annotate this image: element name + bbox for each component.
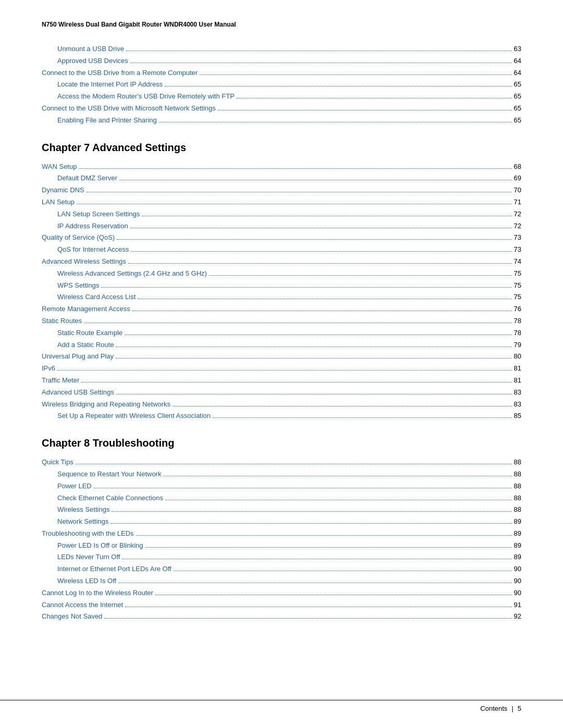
toc-page-number: 92	[514, 611, 521, 622]
toc-link[interactable]: Wireless Bridging and Repeating Networks	[42, 399, 170, 410]
toc-page-number: 65	[514, 79, 521, 90]
toc-page-number: 75	[514, 292, 521, 303]
toc-dots	[122, 559, 511, 559]
toc-link[interactable]: Advanced USB Settings	[42, 387, 114, 398]
toc-dots	[116, 347, 511, 347]
toc-link[interactable]: LAN Setup	[42, 197, 75, 208]
toc-link[interactable]: Internet or Ethernet Port LEDs Are Off	[57, 564, 172, 575]
toc-link[interactable]: Access the Modem Router's USB Drive Remo…	[57, 91, 235, 102]
toc-dots	[174, 571, 512, 571]
toc-item: Changes Not Saved92	[42, 611, 521, 622]
toc-item: Connect to the USB Drive from a Remote C…	[42, 68, 521, 79]
toc-item: LAN Setup Screen Settings72	[42, 209, 521, 220]
toc-link[interactable]: Default DMZ Server	[57, 173, 117, 184]
toc-item: Wireless Card Access List75	[42, 292, 521, 303]
toc-page-number: 73	[514, 244, 521, 255]
toc-item: LEDs Never Turn Off89	[42, 552, 521, 563]
toc-link[interactable]: Wireless LED Is Off	[57, 576, 116, 587]
toc-item: WPS Settings75	[42, 280, 521, 291]
toc-dots	[173, 406, 511, 406]
toc-link[interactable]: Static Route Example	[57, 328, 123, 339]
toc-item: Static Route Example78	[42, 328, 521, 339]
toc-dots	[131, 251, 511, 252]
toc-link[interactable]: Connect to the USB Drive from a Remote C…	[42, 68, 198, 79]
toc-link[interactable]: Advanced Wireless Settings	[42, 256, 126, 267]
toc-dots	[145, 547, 512, 548]
toc-item: Wireless LED Is Off90	[42, 576, 521, 587]
toc-link[interactable]: Unmount a USB Drive	[57, 44, 124, 55]
toc-page-number: 89	[514, 552, 521, 563]
toc-page-number: 69	[514, 173, 521, 184]
page-header: N750 Wireless Dual Band Gigabit Router W…	[42, 21, 521, 28]
toc-link[interactable]: Changes Not Saved	[42, 611, 102, 622]
toc-page-number: 79	[514, 340, 521, 351]
toc-dots	[218, 110, 512, 110]
toc-page-number: 78	[514, 316, 521, 327]
toc-page-number: 76	[514, 304, 521, 315]
toc-link[interactable]: Wireless Advanced Settings (2.4 GHz and …	[57, 268, 207, 279]
toc-page-number: 64	[514, 68, 521, 79]
toc-dots	[125, 335, 512, 335]
toc-page-number: 83	[514, 387, 521, 398]
toc-link[interactable]: Wireless Settings	[57, 504, 109, 515]
toc-link[interactable]: WPS Settings	[57, 280, 99, 291]
toc-dots	[79, 168, 511, 169]
toc-page-number: 65	[514, 115, 521, 126]
toc-link[interactable]: Network Settings	[57, 516, 108, 527]
toc-link[interactable]: Enabling File and Printer Sharing	[57, 115, 157, 126]
toc-dots	[128, 263, 512, 264]
toc-page-number: 64	[514, 56, 521, 67]
toc-item: Cannot Access the Internet91	[42, 600, 521, 611]
toc-item: Static Routes78	[42, 316, 521, 327]
toc-item: LAN Setup71	[42, 197, 521, 208]
toc-link[interactable]: Dynamic DNS	[42, 185, 84, 196]
toc-link[interactable]: Cannot Log In to the Wireless Router	[42, 588, 153, 599]
toc-dots	[118, 583, 511, 583]
toc-link[interactable]: Wireless Card Access List	[57, 292, 136, 303]
toc-item: IPv681	[42, 363, 521, 374]
toc-item: Power LED Is Off or Blinking89	[42, 540, 521, 551]
footer-page-number: 5	[518, 705, 521, 712]
toc-item: Quick Tips88	[42, 457, 521, 468]
toc-link[interactable]: LEDs Never Turn Off	[57, 552, 120, 563]
toc-item: Power LED88	[42, 481, 521, 492]
toc-item: Add a Static Route79	[42, 340, 521, 351]
toc-item: Approved USB Devices64	[42, 56, 521, 67]
toc-item: Wireless Advanced Settings (2.4 GHz and …	[42, 268, 521, 279]
toc-link[interactable]: Power LED	[57, 481, 92, 492]
toc-link[interactable]: Add a Static Route	[57, 340, 114, 351]
toc-link[interactable]: IP Address Reservation	[57, 221, 128, 232]
toc-link[interactable]: Quality of Service (QoS)	[42, 232, 115, 243]
toc-link[interactable]: WAN Setup	[42, 162, 77, 172]
toc-page-number: 81	[514, 375, 521, 386]
toc-link[interactable]: Universal Plug and Play	[42, 351, 114, 362]
toc-link[interactable]: Sequence to Restart Your Network	[57, 469, 161, 480]
toc-page-number: 90	[514, 588, 521, 599]
toc-link[interactable]: Traffic Meter	[42, 375, 79, 386]
toc-item: Check Ethernet Cable Connections88	[42, 493, 521, 504]
toc-link[interactable]: LAN Setup Screen Settings	[57, 209, 140, 220]
toc-dots	[138, 299, 511, 299]
toc-link[interactable]: Set Up a Repeater with Wireless Client A…	[57, 411, 211, 422]
toc-page-number: 71	[514, 197, 521, 208]
toc-dots	[136, 535, 512, 536]
toc-link[interactable]: Remote Management Access	[42, 304, 130, 315]
toc-page-number: 74	[514, 256, 521, 267]
toc-link[interactable]: Cannot Access the Internet	[42, 600, 123, 611]
toc-link[interactable]: Power LED Is Off or Blinking	[57, 540, 143, 551]
toc-page-number: 88	[514, 457, 521, 468]
toc-page-number: 80	[514, 351, 521, 362]
toc-link[interactable]: QoS for Internet Access	[57, 244, 129, 255]
toc-link[interactable]: Static Routes	[42, 316, 82, 327]
footer-right: Contents | 5	[480, 705, 521, 712]
toc-link[interactable]: IPv6	[42, 363, 55, 374]
toc-link[interactable]: Connect to the USB Drive with Microsoft …	[42, 103, 216, 114]
page-footer: Contents | 5	[0, 700, 563, 712]
toc-link[interactable]: Troubleshooting with the LEDs	[42, 528, 134, 539]
toc-item: Dynamic DNS70	[42, 185, 521, 196]
toc-link[interactable]: Quick Tips	[42, 457, 74, 468]
toc-link[interactable]: Check Ethernet Cable Connections	[57, 493, 163, 504]
toc-link[interactable]: Approved USB Devices	[57, 56, 128, 67]
toc-dots	[126, 51, 512, 51]
toc-link[interactable]: Locate the Internet Port IP Address	[57, 79, 163, 90]
